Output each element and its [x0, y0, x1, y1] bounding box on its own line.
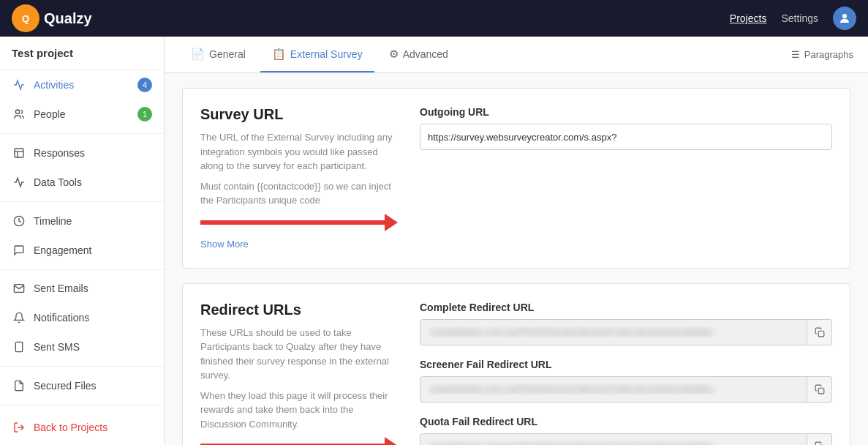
- screener-fail-field: [420, 376, 832, 403]
- sidebar-item-secured-files-label: Secured Files: [34, 380, 97, 392]
- screener-fail-label: Screener Fail Redirect URL: [420, 359, 832, 370]
- activities-icon: [12, 78, 26, 92]
- outgoing-url-input[interactable]: [420, 124, 832, 150]
- general-tab-icon: 📄: [191, 48, 205, 61]
- sidebar-item-sent-sms-label: Sent SMS: [34, 341, 80, 353]
- sidebar-item-people-label: People: [34, 108, 66, 120]
- redirect-urls-desc1: These URLs should be used to take Partic…: [200, 326, 398, 383]
- complete-redirect-group: Complete Redirect URL: [420, 302, 832, 345]
- sent-sms-icon: [12, 340, 26, 354]
- tab-advanced-label: Advanced: [403, 48, 448, 60]
- survey-url-section-inner: Survey URL The URL of the External Surve…: [183, 89, 850, 268]
- back-to-projects-label: Back to Projects: [34, 422, 107, 433]
- sidebar-divider-1: [0, 133, 164, 134]
- sidebar-item-sent-sms[interactable]: Sent SMS: [0, 332, 164, 362]
- arrow-head: [385, 214, 398, 231]
- svg-rect-9: [818, 331, 824, 337]
- people-icon: [12, 107, 26, 121]
- tab-general-label: General: [209, 48, 246, 60]
- main-layout: Test project Activities 4 People 1 Respo…: [0, 37, 868, 445]
- outgoing-url-field: [420, 124, 832, 150]
- responses-icon: [12, 146, 26, 160]
- tab-external-survey[interactable]: 📋 External Survey: [260, 37, 374, 72]
- sidebar-item-engagement[interactable]: Engagement: [0, 236, 164, 265]
- sidebar-item-responses-label: Responses: [34, 147, 85, 159]
- user-avatar[interactable]: [833, 7, 856, 30]
- sidebar-item-data-tools-label: Data Tools: [34, 176, 82, 188]
- screener-fail-copy-button[interactable]: [807, 376, 832, 403]
- sidebar-back-to-projects[interactable]: Back to Projects: [0, 410, 164, 445]
- survey-url-section: Survey URL The URL of the External Surve…: [182, 88, 850, 269]
- data-tools-icon: [12, 175, 26, 190]
- tab-general[interactable]: 📄 General: [179, 37, 257, 72]
- sidebar-item-timeline-label: Timeline: [34, 215, 72, 227]
- redirect-urls-desc2: When they load this page it will process…: [200, 389, 398, 432]
- sidebar-item-notifications[interactable]: Notifications: [0, 303, 164, 332]
- complete-redirect-field: [420, 319, 832, 345]
- survey-url-arrow: [200, 214, 398, 231]
- sent-emails-icon: [12, 281, 26, 296]
- svg-point-1: [15, 110, 19, 113]
- logo-area: Q Qualzy: [12, 4, 92, 32]
- nav-projects[interactable]: Projects: [730, 12, 767, 24]
- sidebar-divider-3: [0, 269, 164, 270]
- quota-fail-copy-button[interactable]: [807, 433, 832, 446]
- secured-files-icon: [12, 378, 26, 393]
- sidebar-project-name: Test project: [0, 37, 164, 70]
- nav-settings[interactable]: Settings: [781, 12, 818, 24]
- nav-links: Projects Settings: [730, 7, 856, 30]
- sidebar-item-responses[interactable]: Responses: [0, 138, 164, 168]
- survey-url-desc1: The URL of the External Survey including…: [200, 130, 398, 173]
- screener-fail-group: Screener Fail Redirect URL: [420, 359, 832, 403]
- engagement-icon: [12, 243, 26, 258]
- sidebar: Test project Activities 4 People 1 Respo…: [0, 37, 165, 445]
- top-navigation: Q Qualzy Projects Settings: [0, 0, 868, 37]
- screener-fail-input[interactable]: [420, 376, 807, 403]
- redirect-arrow-1: [200, 437, 398, 445]
- advanced-tab-icon: ⚙: [389, 48, 399, 61]
- sidebar-item-sent-emails-label: Sent Emails: [34, 283, 88, 294]
- content-area: 📄 General 📋 External Survey ⚙ Advanced ☰…: [165, 37, 868, 445]
- sidebar-item-data-tools[interactable]: Data Tools: [0, 168, 164, 197]
- arrow-head-1: [385, 437, 398, 445]
- show-more-link[interactable]: Show More: [200, 239, 249, 250]
- sidebar-item-sent-emails[interactable]: Sent Emails: [0, 274, 164, 303]
- svg-point-0: [842, 14, 847, 18]
- redirect-urls-left: Redirect URLs These URLs should be used …: [200, 302, 420, 446]
- notifications-icon: [12, 310, 26, 325]
- tab-right-action[interactable]: ☰ Paragraphs: [791, 49, 853, 60]
- quota-fail-field: [420, 433, 832, 446]
- survey-url-title: Survey URL: [200, 106, 398, 123]
- logo-icon: Q: [12, 4, 39, 32]
- redirect-urls-title: Redirect URLs: [200, 302, 398, 318]
- complete-redirect-label: Complete Redirect URL: [420, 302, 832, 313]
- sidebar-item-activities[interactable]: Activities 4: [0, 70, 164, 100]
- quota-fail-input[interactable]: [420, 433, 807, 446]
- survey-url-right: Outgoing URL: [420, 106, 832, 250]
- people-badge: 1: [137, 107, 152, 121]
- sidebar-item-activities-label: Activities: [34, 79, 74, 91]
- back-icon: [12, 420, 26, 435]
- sidebar-item-engagement-label: Engagement: [34, 244, 91, 256]
- sidebar-divider-5: [0, 405, 164, 405]
- complete-redirect-copy-button[interactable]: [807, 319, 832, 345]
- tab-bar: 📄 General 📋 External Survey ⚙ Advanced ☰…: [165, 37, 868, 73]
- redirect-urls-right: Complete Redirect URL Screener Fail Redi…: [420, 302, 832, 446]
- outgoing-url-label: Outgoing URL: [420, 106, 832, 118]
- survey-url-desc2: Must contain {{contactcode}} so we can i…: [200, 179, 398, 208]
- sidebar-divider-4: [0, 366, 164, 367]
- sidebar-item-timeline[interactable]: Timeline: [0, 206, 164, 236]
- sidebar-item-secured-files[interactable]: Secured Files: [0, 371, 164, 400]
- sidebar-item-people[interactable]: People 1: [0, 100, 164, 129]
- arrow-line: [200, 220, 385, 225]
- scroll-content: Survey URL The URL of the External Surve…: [165, 73, 868, 445]
- sidebar-divider-2: [0, 201, 164, 202]
- redirect-urls-section: Redirect URLs These URLs should be used …: [182, 283, 850, 446]
- tab-advanced[interactable]: ⚙ Advanced: [377, 37, 460, 72]
- svg-rect-10: [818, 388, 824, 394]
- logo-text: Qualzy: [44, 10, 92, 27]
- paragraphs-icon: ☰: [791, 49, 800, 60]
- outgoing-url-group: Outgoing URL: [420, 106, 832, 150]
- complete-redirect-input[interactable]: [420, 319, 807, 345]
- timeline-icon: [12, 214, 26, 228]
